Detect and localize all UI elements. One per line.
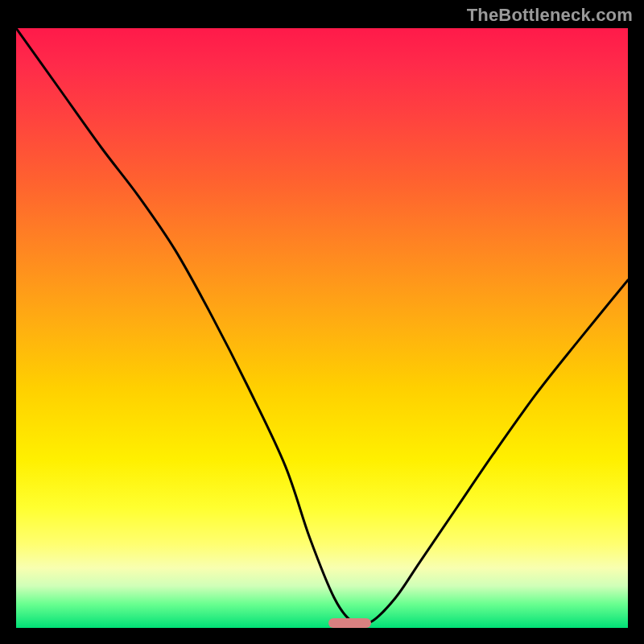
chart-frame: TheBottleneck.com bbox=[0, 0, 644, 644]
bottleneck-curve bbox=[16, 28, 628, 628]
optimal-range-marker bbox=[328, 618, 371, 628]
watermark-text: TheBottleneck.com bbox=[467, 5, 633, 26]
curve-path bbox=[16, 28, 628, 625]
plot-area bbox=[16, 28, 628, 628]
